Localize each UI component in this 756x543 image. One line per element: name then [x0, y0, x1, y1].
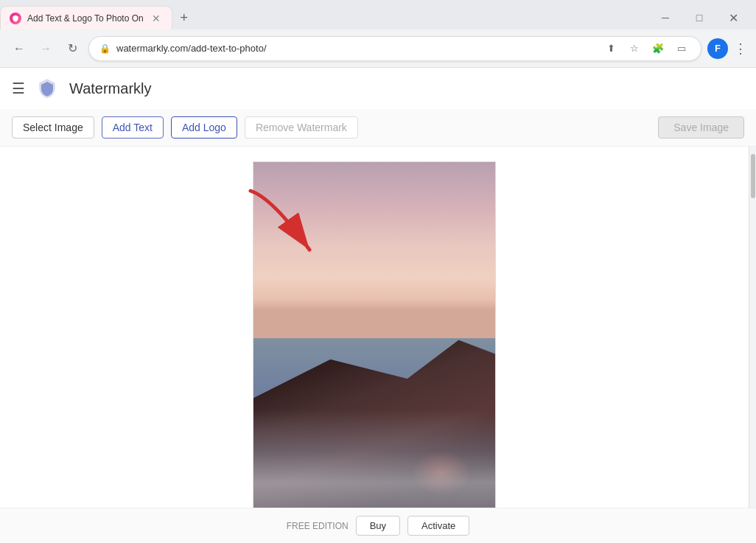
buy-button[interactable]: Buy — [356, 516, 400, 536]
lock-icon: 🔒 — [99, 43, 111, 54]
select-image-button[interactable]: Select Image — [12, 116, 94, 139]
add-logo-button[interactable]: Add Logo — [171, 116, 237, 139]
active-tab[interactable]: Add Text & Logo To Photo On ✕ — [0, 6, 172, 29]
edition-label: FREE EDITION — [287, 521, 349, 531]
photo-canvas — [253, 161, 496, 508]
tab-title: Add Text & Logo To Photo On — [27, 13, 144, 24]
more-menu-button[interactable]: ⋮ — [734, 41, 747, 57]
browser-chrome: Add Text & Logo To Photo On ✕ + ─ □ ✕ ← … — [0, 0, 756, 68]
address-bar: ← → ↻ 🔒 watermarkly.com/add-text-to-phot… — [0, 29, 756, 68]
page-content: ☰ Watermarkly Select Image Add Text Add … — [0, 68, 756, 543]
tab-favicon — [10, 13, 21, 24]
minimize-button[interactable]: ─ — [648, 6, 682, 29]
back-button[interactable]: ← — [9, 38, 29, 59]
add-text-button[interactable]: Add Text — [102, 116, 164, 139]
tab-bar: Add Text & Logo To Photo On ✕ + ─ □ ✕ — [0, 0, 756, 29]
save-image-button[interactable]: Save Image — [658, 116, 744, 139]
toolbar: Select Image Add Text Add Logo Remove Wa… — [0, 109, 756, 147]
main-area — [0, 147, 756, 508]
tab-close-button[interactable]: ✕ — [150, 12, 163, 25]
photo-scene — [253, 162, 495, 508]
url-bar[interactable]: 🔒 watermarkly.com/add-text-to-photo/ ⬆ ☆… — [88, 36, 701, 61]
scrollbar-thumb[interactable] — [751, 154, 755, 198]
share-icon[interactable]: ⬆ — [602, 40, 620, 57]
forward-button[interactable]: → — [35, 38, 56, 59]
url-text: watermarkly.com/add-text-to-photo/ — [116, 43, 596, 54]
app-header: ☰ Watermarkly — [0, 68, 756, 109]
refresh-button[interactable]: ↻ — [62, 38, 83, 59]
remove-watermark-button[interactable]: Remove Watermark — [245, 116, 358, 139]
new-tab-button[interactable]: + — [172, 6, 196, 29]
app-logo-icon — [37, 78, 57, 99]
profile-button[interactable]: F — [707, 38, 728, 59]
split-tab-icon[interactable]: ▭ — [673, 40, 690, 57]
app-logo-text: Watermarkly — [69, 80, 151, 97]
footer: FREE EDITION Buy Activate — [0, 508, 756, 543]
bookmark-icon[interactable]: ☆ — [626, 40, 643, 57]
hamburger-menu-button[interactable]: ☰ — [12, 80, 25, 97]
canvas-area — [0, 147, 749, 508]
close-button[interactable]: ✕ — [716, 6, 750, 29]
activate-button[interactable]: Activate — [407, 516, 469, 536]
restore-button[interactable]: □ — [682, 6, 716, 29]
url-actions: ⬆ ☆ 🧩 ▭ — [602, 40, 690, 57]
extensions-icon[interactable]: 🧩 — [649, 40, 667, 57]
scrollbar[interactable] — [749, 147, 756, 508]
water-foam-layer — [253, 409, 495, 508]
